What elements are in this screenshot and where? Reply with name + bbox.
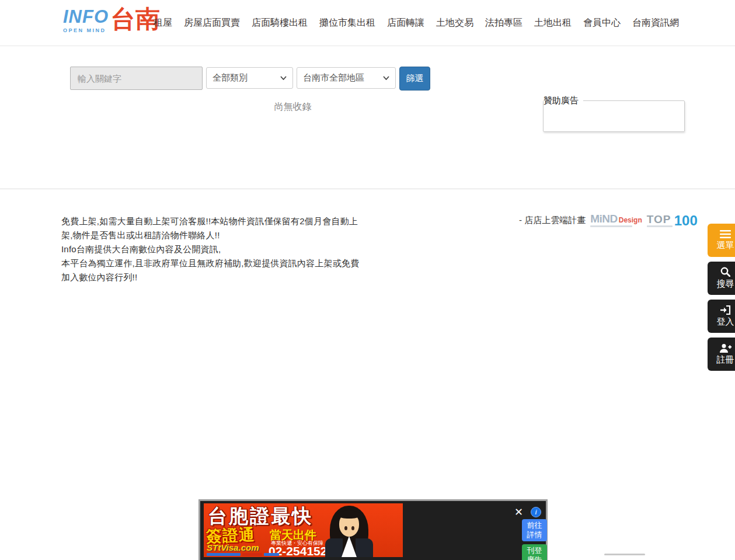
ad-person-illustration (318, 506, 382, 557)
ad-publish-button[interactable]: 刊登 廣告 (522, 544, 547, 560)
floating-login-button[interactable]: 登入 (708, 300, 735, 333)
nav-item-member-center[interactable]: 會員中心 (583, 17, 621, 29)
ad-go-line2: 詳情 (527, 530, 542, 539)
nav-item-tainan-info[interactable]: 台南資訊網 (632, 17, 679, 29)
cloud-plan-label: - 店店上雲端計畫 (519, 215, 586, 226)
nav-item-land-rent[interactable]: 土地出租 (534, 17, 572, 29)
floating-menu-button[interactable]: 選單 (708, 224, 735, 257)
floating-sidebar: 選單 搜尋 登入 註冊 (708, 224, 735, 375)
nav-item-stall-market-rent[interactable]: 攤位市集出租 (319, 17, 375, 29)
logo-chinese-text: 台南 (111, 5, 160, 33)
category-select-value: 全部類別 (213, 72, 248, 84)
top100-logo-number: 100 (674, 214, 698, 227)
chevron-down-icon (280, 76, 287, 80)
mind-logo-text: MiND (590, 214, 618, 224)
floating-register-label: 註冊 (717, 354, 734, 366)
ad-post-line2: 廣告 (527, 555, 542, 560)
mind-design-logo[interactable]: MiND Design (590, 214, 642, 227)
sponsor-ads-title: 贊助廣告 (544, 95, 583, 106)
logo-en-block: INFO OPEN MIND (63, 8, 109, 33)
floating-login-label: 登入 (717, 316, 734, 328)
nav-item-foreclosure[interactable]: 法拍專區 (485, 17, 522, 29)
area-select-value: 台南市全部地區 (303, 72, 364, 84)
empty-results-message: 尚無收錄 (58, 101, 527, 113)
nav-item-rent[interactable]: 租屋 (154, 17, 172, 29)
chevron-down-icon (383, 76, 389, 80)
footer-notice: 免費上架,如需大量自動上架可洽客服!!本站物件資訊僅保留有2個月會自動上架,物件… (61, 214, 363, 284)
nav-item-store-transfer[interactable]: 店面轉讓 (387, 17, 424, 29)
footer-paragraph: 免費上架,如需大量自動上架可洽客服!!本站物件資訊僅保留有2個月會自動上架,物件… (61, 214, 363, 242)
floating-search-button[interactable]: 搜尋 (708, 262, 735, 295)
ad-go-line1: 前往 (527, 521, 542, 530)
footer-paragraph: Info台南提供大台南數位內容及公開資訊, (61, 242, 363, 256)
section-divider (0, 189, 735, 189)
register-icon (720, 343, 731, 353)
mind-logo-tagline-bar (590, 225, 632, 227)
nav-item-storefront-rent[interactable]: 店面騎樓出租 (252, 17, 308, 29)
bottom-ad-banner: 台胞證最快 簽證通 當天出件 STtVisa.com 專業快遞・安心有保障 02… (198, 499, 548, 560)
ad-marquee-text (207, 553, 279, 556)
logo-info-text: INFO (63, 8, 109, 26)
ad-close-icon[interactable]: ✕ (514, 507, 523, 517)
floating-search-label: 搜尋 (717, 279, 734, 290)
ad-creative[interactable]: 台胞證最快 簽證通 當天出件 STtVisa.com 專業快遞・安心有保障 02… (204, 503, 403, 557)
category-select[interactable]: 全部類別 (206, 67, 293, 89)
sponsor-ads-box: 贊助廣告 (543, 95, 685, 132)
faint-bottom-bar (604, 554, 645, 555)
filter-bar: 全部類別 台南市全部地區 篩選 (70, 67, 430, 91)
search-icon (720, 267, 730, 277)
keyword-input[interactable] (70, 67, 203, 90)
ad-go-details-button[interactable]: 前往 詳情 (522, 519, 547, 541)
area-select[interactable]: 台南市全部地區 (297, 67, 396, 89)
top100-logo-text: TOP (647, 214, 673, 224)
ad-post-line1: 刊登 (527, 546, 542, 555)
footer-paragraph: 本平台為獨立運作,且非政府單位且無政府補助,歡迎提供資訊內容上架或免費加入數位內… (61, 256, 363, 284)
floating-menu-label: 選單 (717, 240, 734, 251)
top100-logo-tagline-bar (647, 225, 673, 227)
main-nav: 租屋 房屋店面買賣 店面騎樓出租 攤位市集出租 店面轉讓 土地交易 法拍專區 土… (154, 0, 679, 46)
footer-partners: - 店店上雲端計畫 MiND Design TOP 100 (519, 214, 698, 227)
site-header: INFO OPEN MIND 台南 租屋 房屋店面買賣 店面騎樓出租 攤位市集出… (0, 0, 735, 46)
ad-info-icon[interactable]: i (531, 507, 541, 517)
nav-item-land-trade[interactable]: 土地交易 (436, 17, 473, 29)
menu-icon (720, 230, 731, 238)
nav-item-house-sale[interactable]: 房屋店面買賣 (184, 17, 240, 29)
filter-button[interactable]: 篩選 (399, 67, 430, 91)
top100-logo[interactable]: TOP 100 (647, 214, 698, 227)
logo-tagline: OPEN MIND (63, 27, 109, 33)
login-icon (720, 305, 731, 315)
site-logo[interactable]: INFO OPEN MIND 台南 (63, 5, 160, 33)
floating-register-button[interactable]: 註冊 (708, 338, 735, 371)
ad-website: STtVisa.com (207, 542, 259, 552)
mind-logo-suffix: Design (619, 216, 642, 224)
